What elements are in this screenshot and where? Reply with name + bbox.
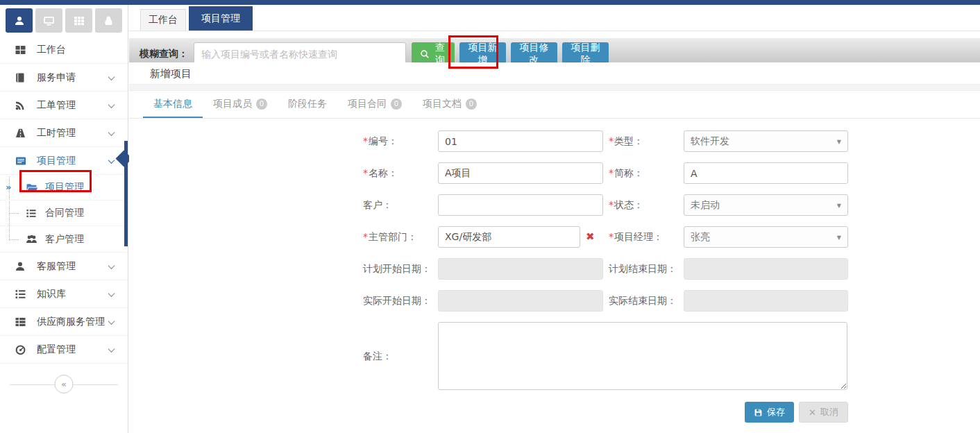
project-edit-label: 项目修改 [519, 42, 549, 62]
save-button[interactable]: 保存 [745, 402, 794, 423]
count-badge: 0 [391, 99, 402, 110]
tab-phase-tasks[interactable]: 阶段任务 [278, 91, 337, 118]
sidebar-subitem-contract-management[interactable]: 合同管理 [0, 201, 128, 226]
form-actions: 保存 ✕ 取消 [363, 402, 848, 423]
short-name-input[interactable] [684, 162, 848, 184]
sidebar-item-label: 客服管理 [37, 260, 76, 273]
grid-icon-button[interactable] [65, 8, 92, 33]
tab-project-documents[interactable]: 项目文档 0 [412, 91, 487, 118]
window-tab-workbench[interactable]: 工作台 [140, 9, 186, 31]
tab-label: 项目合同 [348, 98, 387, 110]
sidebar-item-label: 工单管理 [37, 99, 76, 112]
sidebar-item-workbench[interactable]: 工作台 [0, 36, 128, 64]
tab-project-members[interactable]: 项目成员 0 [203, 91, 278, 118]
sidebar-item-label: 知识库 [37, 288, 66, 300]
sidebar-subitem-customer-management[interactable]: 客户管理 [0, 226, 128, 252]
sidebar-item-label: 项目管理 [37, 155, 76, 167]
status-select[interactable]: 未启动▼ [684, 194, 848, 216]
top-navy-strip [0, 0, 980, 5]
search-icon [420, 49, 430, 59]
search-toolbar: 模糊查询： 查询 项目新增 项目修改 项目删除 [129, 38, 980, 62]
sidebar-menu: 工作台 服务申请 工单管理 工时管理 项目管理 [0, 36, 128, 364]
type-select[interactable]: 软件开发▼ [684, 130, 848, 152]
tree-connector [10, 213, 19, 214]
user-dark-icon [15, 261, 27, 272]
double-angle-right-icon: » [6, 182, 11, 192]
double-angle-left-icon: « [61, 379, 67, 389]
search-button[interactable]: 查询 [412, 42, 455, 62]
sidebar-item-service-request[interactable]: 服务申请 [0, 64, 128, 92]
manager-label: *项目经理： [609, 226, 684, 248]
sidebar-item-timesheet[interactable]: 工时管理 [0, 119, 128, 147]
clear-icon[interactable]: ✖ [586, 226, 595, 248]
chevron-down-icon [108, 318, 115, 325]
plan-start-label: 计划开始日期： [363, 258, 438, 280]
name-label: *名称： [363, 162, 438, 184]
chevron-down-icon [108, 101, 115, 108]
x-icon: ✕ [809, 407, 816, 418]
sidebar-collapse-button[interactable]: « [55, 375, 74, 393]
manager-select[interactable]: 张亮▼ [684, 226, 848, 248]
window-tab-label: 项目管理 [201, 12, 240, 25]
list-ol-icon [26, 208, 38, 219]
project-edit-button[interactable]: 项目修改 [511, 42, 557, 62]
panel-tabs: 基本信息 项目成员 0 阶段任务 项目合同 0 项目文档 0 [129, 91, 980, 119]
fuzzy-search-input[interactable] [194, 42, 406, 62]
remark-textarea[interactable] [438, 322, 847, 390]
customer-input[interactable] [438, 194, 603, 216]
plan-end-label: 计划结束日期： [609, 258, 684, 280]
chevron-down-icon [108, 346, 115, 353]
user-icon-button[interactable] [6, 8, 33, 33]
monitor-icon-button[interactable] [35, 8, 62, 33]
project-form: *编号： *类型： 软件开发▼ *名称： *简称： 客户： *状态： 未启动▼ [129, 119, 980, 423]
name-input[interactable] [438, 162, 603, 184]
sidebar-item-label: 工时管理 [37, 127, 76, 139]
actual-end-label: 实际结束日期： [609, 290, 684, 312]
th-list-icon [15, 316, 27, 328]
actual-start-input [438, 290, 603, 312]
linux-icon-button[interactable] [95, 8, 122, 33]
code-input[interactable] [438, 130, 603, 152]
sidebar-item-project-management[interactable]: 项目管理 [0, 147, 128, 175]
chevron-down-icon [108, 74, 115, 80]
cancel-button[interactable]: ✕ 取消 [799, 402, 848, 423]
window-tabbar: 工作台 项目管理 [129, 5, 980, 31]
sidebar-subitem-label: 项目管理 [45, 181, 84, 194]
cancel-button-label: 取消 [820, 406, 838, 418]
project-delete-button[interactable]: 项目删除 [562, 42, 609, 62]
linux-icon [103, 15, 114, 26]
sidebar-item-vendor-service[interactable]: 供应商服务管理 [0, 308, 128, 336]
active-section-marker [124, 141, 128, 246]
save-button-label: 保存 [767, 406, 785, 418]
project-delete-label: 项目删除 [571, 42, 600, 62]
sidebar-subitem-label: 合同管理 [45, 207, 84, 219]
sidebar-item-customer-service[interactable]: 客服管理 [0, 253, 128, 280]
project-add-button[interactable]: 项目新增 [459, 42, 506, 62]
sidebar-item-workorder[interactable]: 工单管理 [0, 92, 128, 119]
sidebar-item-label: 服务申请 [37, 71, 76, 84]
user-icon [14, 15, 25, 26]
count-badge: 0 [466, 99, 477, 110]
table-icon [15, 155, 27, 167]
window-tab-project-management[interactable]: 项目管理 [189, 6, 253, 31]
tab-label: 项目成员 [213, 98, 252, 110]
sidebar-item-knowledge-base[interactable]: 知识库 [0, 280, 128, 308]
dropdown-caret-icon: ▼ [837, 138, 841, 144]
tab-label: 阶段任务 [288, 98, 327, 110]
department-label: *主管部门： [363, 226, 438, 248]
new-project-panel: 新增项目 基本信息 项目成员 0 阶段任务 项目合同 0 项目文档 0 [129, 62, 980, 433]
tab-basic-info[interactable]: 基本信息 [143, 91, 203, 118]
tab-project-contracts[interactable]: 项目合同 0 [337, 91, 412, 118]
rss-icon [15, 100, 27, 111]
road-icon [15, 128, 27, 139]
dashboard-icon [15, 344, 27, 355]
department-input[interactable] [438, 226, 580, 248]
sidebar-icon-bar [0, 5, 128, 36]
book-icon [15, 72, 27, 83]
chevron-down-icon [108, 129, 115, 136]
sidebar-item-configuration[interactable]: 配置管理 [0, 336, 128, 364]
sidebar-subitem-project-management[interactable]: » 项目管理 [0, 175, 128, 201]
sidebar-item-label: 供应商服务管理 [37, 316, 105, 328]
actual-start-label: 实际开始日期： [363, 290, 438, 312]
windows-icon [15, 44, 27, 56]
